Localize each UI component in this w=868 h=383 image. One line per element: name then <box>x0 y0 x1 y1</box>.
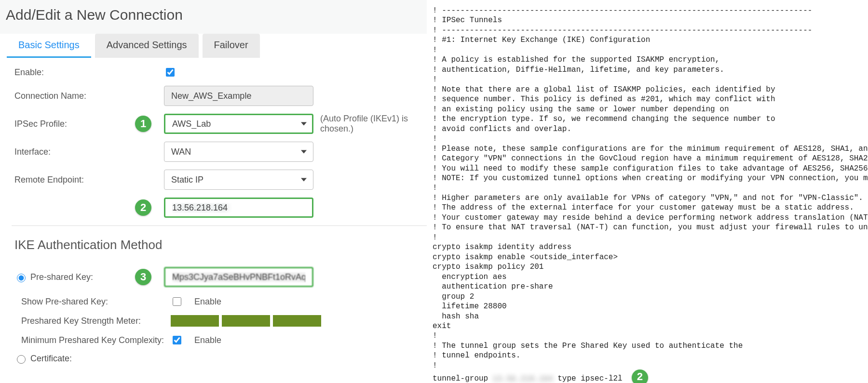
tab-advanced-settings[interactable]: Advanced Settings <box>95 34 199 58</box>
complexity-enable-text: Enable <box>194 335 221 345</box>
callout-badge-2: 2 <box>135 199 151 216</box>
show-psk-label: Show Pre-shared Key: <box>14 297 171 307</box>
ike-auth-section-title: IKE Authentication Method <box>14 238 415 252</box>
page-title: Add/Edit a New Connection <box>6 7 417 23</box>
page-header: Add/Edit a New Connection <box>0 0 427 34</box>
complexity-label: Minimum Preshared Key Complexity: <box>14 335 171 345</box>
callout-badge-2-code: 2 <box>632 370 648 383</box>
psk-input[interactable] <box>164 267 313 287</box>
strength-bar-3 <box>273 315 321 327</box>
tabs: Basic Settings Advanced Settings Failove… <box>0 34 427 58</box>
interface-label: Interface: <box>14 147 164 157</box>
show-psk-enable-text: Enable <box>194 297 221 307</box>
tab-basic-settings[interactable]: Basic Settings <box>7 34 91 58</box>
psk-radio[interactable] <box>17 274 26 282</box>
remote-endpoint-type-select[interactable]: Static IP <box>164 170 313 190</box>
tab-failover[interactable]: Failover <box>203 34 260 58</box>
strength-label: Preshared Key Strength Meter: <box>14 316 171 326</box>
psk-label: Pre-shared Key: <box>30 272 93 282</box>
certificate-radio[interactable] <box>17 355 26 364</box>
ipsec-profile-select[interactable]: AWS_Lab <box>164 114 313 134</box>
psk-strength-meter <box>171 315 321 327</box>
strength-bar-1 <box>171 315 219 327</box>
show-psk-checkbox[interactable] <box>173 297 181 306</box>
callout-badge-3: 3 <box>135 269 151 285</box>
ipsec-profile-hint: (Auto Profile (IKEv1) is chosen.) <box>320 114 415 134</box>
enable-checkbox[interactable] <box>166 68 175 77</box>
basic-settings-form: Enable: Connection Name: IPSec Profile: … <box>0 58 427 377</box>
strength-bar-2 <box>222 315 270 327</box>
connection-name-input[interactable] <box>164 86 313 106</box>
enable-label: Enable: <box>14 67 164 78</box>
complexity-checkbox[interactable] <box>173 336 181 344</box>
connection-name-label: Connection Name: <box>14 91 164 101</box>
callout-badge-1: 1 <box>135 116 151 132</box>
remote-endpoint-label: Remote Endpoint: <box>14 175 164 185</box>
remote-endpoint-ip-input[interactable] <box>164 198 313 218</box>
interface-select[interactable]: WAN <box>164 142 313 162</box>
config-file-text: ! --------------------------------------… <box>433 6 868 383</box>
section-divider <box>12 225 427 226</box>
certificate-label: Certificate: <box>30 354 72 364</box>
